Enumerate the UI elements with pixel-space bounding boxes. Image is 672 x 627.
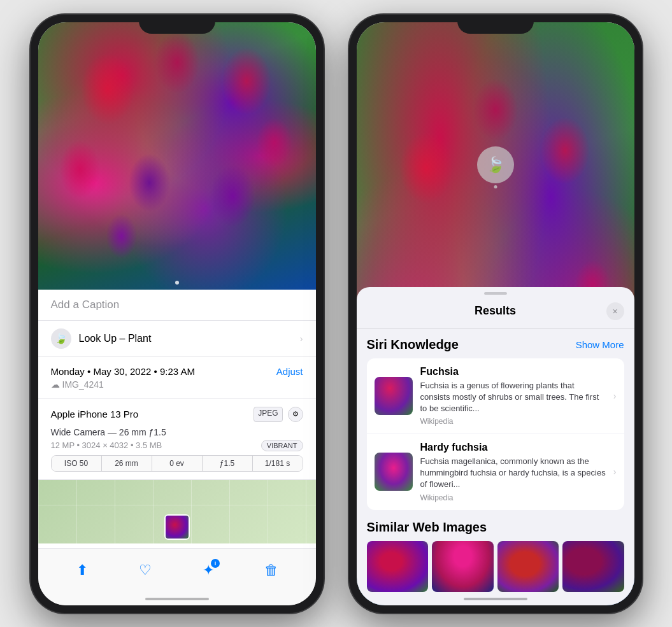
notch-right bbox=[457, 15, 534, 34]
fuchsia-name: Fuchsia bbox=[420, 366, 606, 377]
heart-button[interactable]: ♡ bbox=[131, 556, 159, 584]
similar-web-images-section: Similar Web Images bbox=[367, 520, 624, 592]
hardy-description: Fuchsia magellanica, commonly known as t… bbox=[420, 456, 606, 491]
exif-aperture: ƒ1.5 bbox=[203, 456, 253, 471]
format-badges: JPEG ⚙ bbox=[254, 407, 303, 422]
similar-image-1[interactable] bbox=[367, 541, 429, 592]
info-button[interactable]: ✦ i bbox=[194, 556, 222, 584]
share-icon: ⬆ bbox=[76, 562, 88, 579]
similar-image-4[interactable] bbox=[562, 541, 624, 592]
hardy-name: Hardy fuchsia bbox=[420, 442, 606, 453]
bottom-toolbar: ⬆ ♡ ✦ i 🗑 bbox=[38, 548, 316, 593]
lookup-row[interactable]: 🍃 Look Up – Plant › bbox=[38, 321, 316, 357]
device-name: Apple iPhone 13 Pro bbox=[51, 409, 139, 419]
device-section: Apple iPhone 13 Pro JPEG ⚙ Wide Camera —… bbox=[38, 399, 316, 480]
heart-icon: ♡ bbox=[139, 562, 152, 579]
similar-image-2[interactable] bbox=[432, 541, 494, 592]
home-indicator-right bbox=[357, 593, 634, 605]
fuchsia-source: Wikipedia bbox=[420, 417, 606, 426]
info-badge: i bbox=[211, 559, 220, 568]
hardy-chevron-icon: › bbox=[613, 467, 617, 477]
results-sheet: Results × Siri Knowledge Show More bbox=[357, 287, 634, 605]
lookup-chevron-icon: › bbox=[300, 334, 303, 344]
fuchsia-text: Fuchsia Fuchsia is a genus of flowering … bbox=[420, 366, 606, 426]
sheet-title: Results bbox=[385, 304, 606, 318]
sheet-header: Results × bbox=[357, 300, 634, 328]
caption-area[interactable]: Add a Caption bbox=[38, 290, 316, 321]
jpeg-badge: JPEG bbox=[254, 407, 282, 422]
caption-placeholder[interactable]: Add a Caption bbox=[51, 299, 120, 311]
sheet-handle bbox=[484, 292, 507, 295]
similar-image-3[interactable] bbox=[497, 541, 559, 592]
right-screen: 🍃 Results × Siri Knowledge Sho bbox=[357, 22, 634, 605]
adjust-button[interactable]: Adjust bbox=[276, 366, 303, 377]
siri-knowledge-title: Siri Knowledge bbox=[367, 337, 459, 352]
fuchsia-description: Fuchsia is a genus of flowering plants t… bbox=[420, 380, 606, 415]
siri-lookup-button[interactable]: 🍃 bbox=[477, 146, 514, 183]
style-badge: VIBRANT bbox=[261, 440, 303, 451]
hardy-text: Hardy fuchsia Fuchsia magellanica, commo… bbox=[420, 442, 606, 502]
similar-title: Similar Web Images bbox=[367, 520, 624, 535]
cloud-icon: ☁ bbox=[51, 379, 60, 390]
flower-overlay-left bbox=[38, 22, 316, 290]
right-phone: 🍃 Results × Siri Knowledge Sho bbox=[349, 15, 642, 613]
info-panel: Add a Caption 🍃 Look Up – Plant › Monday… bbox=[38, 290, 316, 548]
trash-button[interactable]: 🗑 bbox=[257, 556, 285, 584]
hardy-source: Wikipedia bbox=[420, 493, 606, 502]
home-bar-left bbox=[145, 598, 209, 600]
filename: IMG_4241 bbox=[62, 379, 104, 390]
specs-text: 12 MP • 3024 × 4032 • 3.5 MB bbox=[51, 440, 162, 450]
page-indicator-left bbox=[175, 281, 179, 285]
metadata-section: Monday • May 30, 2022 • 9:23 AM Adjust ☁… bbox=[38, 357, 316, 399]
map-area[interactable] bbox=[38, 480, 316, 544]
siri-dot bbox=[494, 185, 497, 188]
camera-settings-icon[interactable]: ⚙ bbox=[288, 407, 303, 422]
leaf-icon: 🍃 bbox=[51, 328, 71, 349]
knowledge-item-fuchsia[interactable]: Fuchsia Fuchsia is a genus of flowering … bbox=[367, 358, 624, 435]
hardy-thumbnail bbox=[375, 453, 413, 491]
home-indicator-left bbox=[38, 593, 316, 605]
notch-left bbox=[139, 15, 215, 34]
trash-icon: 🗑 bbox=[264, 562, 278, 579]
siri-leaf-icon: 🍃 bbox=[486, 156, 505, 174]
fuchsia-chevron-icon: › bbox=[613, 391, 617, 401]
close-icon: × bbox=[612, 306, 617, 316]
phones-container: Add a Caption 🍃 Look Up – Plant › Monday… bbox=[18, 2, 655, 626]
photo-area-left[interactable] bbox=[38, 22, 316, 290]
exif-shutter: 1/181 s bbox=[253, 456, 303, 471]
flower-image-left bbox=[38, 22, 316, 290]
siri-knowledge-header: Siri Knowledge Show More bbox=[367, 337, 624, 352]
fuchsia-thumbnail bbox=[375, 377, 413, 415]
map-thumb-image bbox=[166, 516, 189, 539]
filename-row: ☁ IMG_4241 bbox=[51, 379, 303, 390]
exif-row: ISO 50 26 mm 0 ev ƒ1.5 1/181 s bbox=[51, 455, 303, 472]
left-screen: Add a Caption 🍃 Look Up – Plant › Monday… bbox=[38, 22, 316, 605]
knowledge-card: Fuchsia Fuchsia is a genus of flowering … bbox=[367, 358, 624, 510]
lookup-label: Look Up – Plant bbox=[79, 333, 152, 344]
map-thumbnail bbox=[164, 514, 190, 540]
exif-ev: 0 ev bbox=[152, 456, 203, 471]
similar-images-grid[interactable] bbox=[367, 541, 624, 592]
exif-iso: ISO 50 bbox=[52, 456, 102, 471]
hardy-thumb-image bbox=[375, 453, 413, 491]
sheet-content[interactable]: Siri Knowledge Show More Fuchsia Fuchsia… bbox=[357, 328, 634, 605]
left-phone: Add a Caption 🍃 Look Up – Plant › Monday… bbox=[31, 15, 324, 613]
knowledge-item-hardy[interactable]: Hardy fuchsia Fuchsia magellanica, commo… bbox=[367, 434, 624, 510]
share-button[interactable]: ⬆ bbox=[68, 556, 96, 584]
close-button[interactable]: × bbox=[606, 302, 624, 320]
exif-focal: 26 mm bbox=[102, 456, 152, 471]
show-more-button[interactable]: Show More bbox=[576, 339, 624, 350]
fuchsia-thumb-image bbox=[375, 377, 413, 415]
home-bar-right bbox=[464, 598, 527, 600]
photo-date: Monday • May 30, 2022 • 9:23 AM bbox=[51, 366, 195, 377]
camera-info: Wide Camera — 26 mm ƒ1.5 bbox=[51, 427, 303, 437]
